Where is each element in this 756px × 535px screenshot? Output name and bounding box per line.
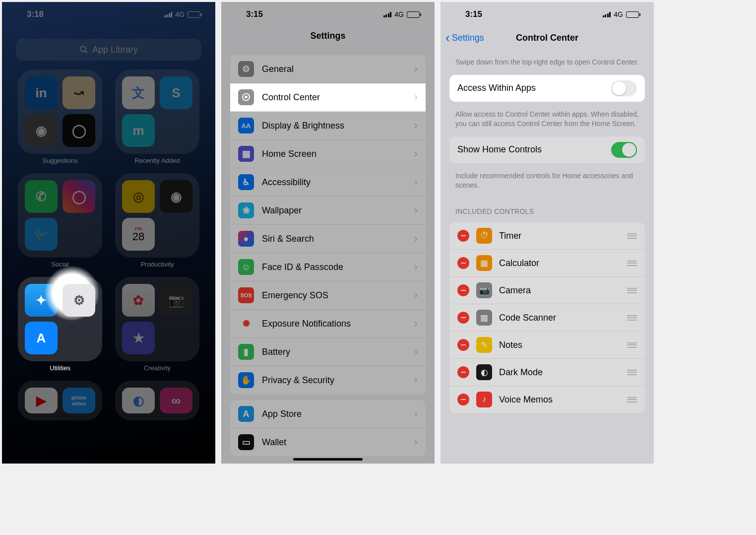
remove-button[interactable]: −	[457, 312, 469, 324]
folder-social[interactable]: ✆ ◯ 🐦 Social	[17, 173, 103, 268]
shazam-icon[interactable]: S	[160, 76, 192, 109]
pink-app-icon[interactable]: ∞	[160, 388, 192, 413]
toggle-access-within-apps[interactable]	[611, 80, 637, 96]
row-wallet[interactable]: ▭ Wallet ›	[230, 428, 426, 456]
mini-folder[interactable]	[160, 114, 192, 147]
row-label: Control Center	[262, 92, 406, 103]
control-row-notes[interactable]: − ✎ Notes	[449, 332, 645, 359]
home-controls-group: Show Home Controls	[449, 136, 645, 163]
signal-icon	[603, 11, 611, 17]
row-accessibility[interactable]: ♿︎ Accessibility ›	[230, 168, 426, 197]
row-display[interactable]: AA Display & Brightness ›	[230, 112, 426, 140]
control-row-calculator[interactable]: − ▦ Calculator	[449, 250, 645, 277]
row-access-within-apps[interactable]: Access Within Apps	[449, 75, 645, 102]
row-appstore[interactable]: A App Store ›	[230, 400, 426, 428]
folder-label: Productivity	[140, 261, 174, 268]
row-label: Accessibility	[262, 177, 406, 188]
drag-handle-icon[interactable]	[627, 342, 637, 348]
access-footer: Allow access to Control Center within ap…	[441, 105, 654, 134]
mini-folder[interactable]	[160, 218, 192, 251]
row-general[interactable]: ⚙ General ›	[230, 55, 426, 83]
control-row-voice-memos[interactable]: − ♪ Voice Memos	[449, 386, 645, 413]
row-faceid[interactable]: ☺ Face ID & Passcode ›	[230, 253, 426, 281]
row-control-center[interactable]: ⦿ Control Center ›	[230, 83, 426, 112]
home-controls-footer: Include recommended controls for Home ac…	[441, 166, 654, 195]
folder-recently-added[interactable]: 文 S m Recently Added	[114, 69, 200, 164]
home-indicator[interactable]	[293, 458, 363, 461]
folder-creativity[interactable]: ✿ 📷 ★ Creativity	[114, 277, 200, 372]
network-type: 4G	[614, 10, 623, 18]
svg-line-1	[85, 51, 87, 53]
control-row-camera[interactable]: − 📷 Camera	[449, 277, 645, 304]
whatsapp-icon[interactable]: ✆	[25, 180, 58, 213]
remove-button[interactable]: −	[457, 257, 469, 269]
drag-handle-icon[interactable]	[627, 397, 637, 402]
status-time: 3:15	[246, 9, 263, 19]
folder-productivity[interactable]: ◎ ◉ FRI28 Productivity	[114, 173, 200, 268]
control-label: Code Scanner	[499, 313, 620, 323]
back-button[interactable]: ‹ Settings	[445, 33, 484, 43]
drag-handle-icon[interactable]	[627, 288, 637, 293]
twitter-icon[interactable]: 🐦	[25, 218, 58, 251]
remove-button[interactable]: −	[457, 339, 469, 351]
mini-folder[interactable]	[160, 322, 192, 354]
amazon-icon[interactable]: ⤻	[63, 76, 95, 109]
mini-folder[interactable]	[63, 218, 95, 251]
svg-point-0	[80, 46, 86, 52]
remove-button[interactable]: −	[457, 366, 469, 378]
row-sos[interactable]: SOS Emergency SOS ›	[230, 281, 426, 310]
row-privacy[interactable]: ✋ Privacy & Security ›	[230, 366, 426, 394]
drag-handle-icon[interactable]	[627, 370, 637, 375]
row-siri[interactable]: ● Siri & Search ›	[230, 225, 426, 253]
control-row-timer[interactable]: − ⏱ Timer	[449, 222, 645, 250]
control-row-dark-mode[interactable]: − ◐ Dark Mode	[449, 359, 645, 386]
linkedin-icon[interactable]: in	[25, 76, 58, 109]
drag-handle-icon[interactable]	[627, 261, 637, 266]
remove-button[interactable]: −	[457, 230, 469, 242]
remove-button[interactable]: −	[457, 394, 469, 405]
teal-app-icon[interactable]: m	[122, 114, 155, 147]
folder-suggestions[interactable]: in ⤻ ◉ ◯ Suggestions	[17, 69, 103, 164]
qr-icon: ▩	[476, 310, 492, 326]
gray-app-icon[interactable]: ◉	[25, 114, 58, 147]
privacy-icon: ✋	[238, 372, 254, 388]
control-label: Camera	[499, 285, 620, 296]
control-row-code-scanner[interactable]: − ▩ Code Scanner	[449, 304, 645, 332]
safari-icon[interactable]: ✦	[25, 284, 58, 317]
remove-button[interactable]: −	[457, 284, 469, 296]
imovie-icon[interactable]: ★	[122, 322, 155, 354]
signal-icon	[164, 11, 173, 17]
yellow-app-icon[interactable]: ◎	[122, 180, 155, 213]
calendar-icon[interactable]: FRI28	[122, 218, 155, 251]
watch-icon[interactable]: ◯	[63, 114, 95, 147]
row-label: General	[262, 64, 406, 74]
primevideo-icon[interactable]: primevideo	[63, 388, 95, 413]
signal-icon	[383, 11, 392, 17]
app-library-search[interactable]: App Library	[16, 39, 201, 61]
row-show-home-controls[interactable]: Show Home Controls	[449, 136, 645, 163]
row-battery[interactable]: ▮ Battery ›	[230, 338, 426, 366]
row-exposure[interactable]: ✺ Exposure Notifications ›	[230, 310, 426, 338]
drag-handle-icon[interactable]	[627, 233, 637, 239]
google-app-icon[interactable]: ◐	[122, 388, 155, 413]
row-label: Privacy & Security	[262, 375, 406, 386]
status-bar: 3:15 4G	[441, 2, 654, 27]
settings-icon[interactable]: ⚙	[63, 284, 95, 317]
folder-other[interactable]: ◐ ∞	[114, 381, 200, 420]
instagram-icon[interactable]: ◯	[63, 180, 95, 213]
toggle-show-home-controls[interactable]	[611, 142, 637, 158]
folder-label: Social	[51, 261, 68, 268]
youtube-icon[interactable]: ▶	[25, 388, 58, 413]
mini-folder[interactable]	[63, 322, 95, 354]
battery-icon	[407, 11, 420, 18]
translate-icon[interactable]: 文	[122, 76, 155, 109]
folder-utilities[interactable]: ✦ ⚙ A Utilities	[17, 277, 103, 372]
row-home-screen[interactable]: ▦ Home Screen ›	[230, 140, 426, 168]
row-wallpaper[interactable]: ❀ Wallpaper ›	[230, 197, 426, 225]
photos-icon[interactable]: ✿	[122, 284, 155, 317]
camera-lens-icon[interactable]: ◉	[160, 180, 192, 213]
appstore-icon[interactable]: A	[25, 322, 58, 354]
folder-entertainment[interactable]: ▶ primevideo	[17, 381, 103, 420]
drag-handle-icon[interactable]	[627, 315, 637, 321]
camera-icon[interactable]: 📷	[160, 284, 192, 317]
